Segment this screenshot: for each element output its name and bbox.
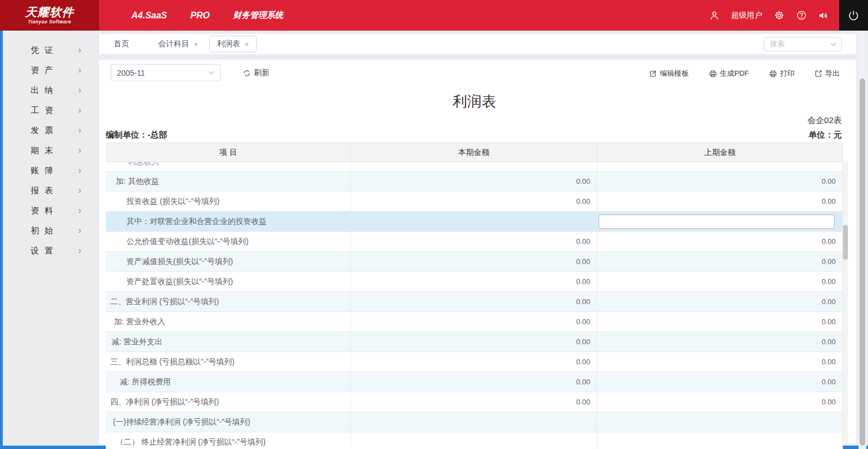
sidebar-item[interactable]: 设 置›	[6, 241, 94, 261]
speaker-icon[interactable]	[818, 10, 829, 21]
prepared-by-label: 编制单位：-总部	[106, 130, 167, 140]
current-amount-cell	[351, 432, 597, 449]
tab-close-icon[interactable]: ×	[245, 41, 249, 48]
previous-amount-cell	[597, 162, 843, 171]
header-right: 超级用户	[709, 10, 839, 21]
row-item-label: 四、净利润 (净亏损以“-”号填列)	[110, 397, 219, 407]
chevron-down-icon	[830, 42, 837, 47]
table-row[interactable]: 投资收益 (损失以“-”号填列)0.000.00	[106, 192, 843, 212]
period-select[interactable]: 2005-11	[111, 64, 221, 81]
tab-bar: 首页会计科目×利润表×搜索	[99, 34, 856, 54]
refresh-button[interactable]: 刷新	[243, 68, 269, 78]
column-header-item: 项 目	[106, 143, 351, 162]
current-amount-cell: 0.00	[351, 252, 597, 271]
current-amount-cell	[351, 212, 597, 231]
gear-icon[interactable]	[773, 10, 784, 21]
sidebar-item-label: 设 置	[31, 246, 53, 256]
amount-edit-input[interactable]	[599, 214, 835, 229]
user-icon[interactable]	[709, 10, 720, 21]
tab-label: 首页	[114, 39, 129, 49]
tab-close-icon[interactable]: ×	[194, 41, 198, 48]
table-row[interactable]: 资产减值损失(损失以“-”号填列)0.000.00	[106, 252, 843, 272]
table-row[interactable]: 三、利润总额 (亏损总额以“-”号填列)0.000.00	[106, 352, 843, 372]
edit-icon	[649, 70, 657, 77]
page-scrollbar-thumb[interactable]	[860, 79, 865, 446]
row-item-label: 其中：对联营企业和合营企业的投资收益	[126, 217, 267, 227]
table-scrollbar	[843, 161, 848, 443]
table-row[interactable]: 公允价值变动收益(损失以“-”号填列)0.000.00	[106, 232, 843, 252]
table-row[interactable]: 资产处置收益(损失以“-”号填列)0.000.00	[106, 272, 843, 292]
help-icon[interactable]	[796, 10, 807, 21]
sidebar-item-label: 报 表	[31, 186, 53, 196]
table-row[interactable]: (一)持续经营净利润 (净亏损以“-”号填列)	[106, 412, 843, 432]
tab-利润表[interactable]: 利润表×	[209, 36, 257, 52]
left-edge-bar	[0, 31, 3, 449]
sidebar-item[interactable]: 工 资›	[6, 100, 94, 120]
row-item-cell: 公允价值变动收益(损失以“-”号填列)	[106, 232, 351, 251]
sidebar-item[interactable]: 期 末›	[6, 140, 94, 160]
print-button[interactable]: 打印	[769, 69, 795, 79]
table-row[interactable]: 加: 营业外收入0.000.00	[106, 312, 843, 332]
previous-amount-cell	[597, 412, 843, 432]
current-amount-cell: 0.00	[351, 272, 597, 291]
sidebar-item[interactable]: 报 表›	[6, 180, 94, 201]
tab-会计科目[interactable]: 会计科目×	[158, 39, 198, 49]
table-row[interactable]: 四、净利润 (净亏损以“-”号填列)0.000.00	[106, 392, 843, 412]
row-item-label: （二） 终止经营净利润 (净亏损以“-”号填列)	[116, 437, 266, 447]
row-item-label: 减: 所得税费用	[120, 377, 171, 387]
search-placeholder: 搜索	[770, 39, 830, 49]
row-item-cell: 资产处置收益(损失以“-”号填列)	[106, 272, 351, 291]
chevron-down-icon	[208, 70, 215, 75]
sidebar-item-label: 工 资	[31, 105, 53, 116]
nav-product[interactable]: A4.SaaS	[131, 11, 167, 21]
sidebar-item[interactable]: 账 簿›	[6, 160, 94, 180]
column-header-previous: 上期金额	[597, 143, 843, 162]
sidebar-item-label: 资 产	[31, 65, 53, 76]
previous-amount-cell: 0.00	[597, 192, 843, 211]
current-amount-cell: 0.00	[351, 312, 597, 331]
sidebar-item[interactable]: 凭 证›	[6, 40, 94, 60]
sidebar-item[interactable]: 出 纳›	[6, 80, 94, 100]
row-item-cell: 二、营业利润 (亏损以“-”号填列)	[106, 292, 351, 311]
printer-icon	[769, 70, 777, 78]
table-row[interactable]: 二、营业利润 (亏损以“-”号填列)0.000.00	[106, 292, 843, 312]
table-body: 利息收入加: 其他收益0.000.00投资收益 (损失以“-”号填列)0.000…	[106, 162, 843, 449]
username[interactable]: 超级用户	[731, 11, 762, 21]
row-item-label: 投资收益 (损失以“-”号填列)	[126, 197, 219, 207]
previous-amount-cell: 0.00	[597, 392, 843, 412]
table-scrollbar-thumb[interactable]	[843, 225, 848, 260]
table-row[interactable]: 其中：对联营企业和合营企业的投资收益	[106, 212, 843, 232]
table-row[interactable]: 减: 所得税费用0.000.00	[106, 372, 843, 392]
sidebar-item[interactable]: 初 始›	[6, 221, 94, 241]
table-row[interactable]: 加: 其他收益0.000.00	[106, 172, 843, 192]
sidebar-item[interactable]: 资 产›	[6, 60, 94, 80]
table-row[interactable]: 减: 营业外支出0.000.00	[106, 332, 843, 352]
chevron-right-icon: ›	[78, 65, 81, 75]
sidebar-item[interactable]: 发 票›	[6, 120, 94, 140]
nav-system[interactable]: 财务管理系统	[233, 10, 283, 21]
chevron-right-icon: ›	[78, 226, 81, 235]
row-item-label: (一)持续经营净利润 (净亏损以“-”号填列)	[113, 417, 251, 427]
row-item-cell: 加: 营业外收入	[106, 312, 351, 331]
generate-pdf-label: 生成PDF	[720, 69, 749, 79]
edit-template-button[interactable]: 编辑模板	[649, 69, 689, 79]
sidebar-item-label: 凭 证	[31, 45, 53, 56]
table-row[interactable]: 利息收入	[106, 162, 843, 172]
table-row[interactable]: （二） 终止经营净利润 (净亏损以“-”号填列)	[106, 432, 843, 449]
generate-pdf-button[interactable]: 生成PDF	[709, 69, 749, 79]
row-item-cell: 其中：对联营企业和合营企业的投资收益	[106, 212, 351, 231]
print-label: 打印	[780, 69, 795, 79]
sidebar-item[interactable]: 资 料›	[6, 201, 94, 221]
export-button[interactable]: 导出	[815, 69, 840, 79]
previous-amount-cell	[597, 432, 843, 449]
current-amount-cell: 0.00	[351, 172, 597, 191]
row-item-label: 公允价值变动收益(损失以“-”号填列)	[126, 237, 248, 247]
nav-edition[interactable]: PRO	[190, 11, 210, 21]
tab-首页[interactable]: 首页	[114, 39, 129, 49]
current-amount-cell: 0.00	[351, 372, 597, 392]
row-item-label: 加: 营业外收入	[114, 317, 165, 327]
search-select[interactable]: 搜索	[764, 37, 842, 51]
income-statement-table: 项 目 本期金额 上期金额 利息收入加: 其他收益0.000.00投资收益 (损…	[106, 143, 843, 449]
logout-power-button[interactable]	[839, 0, 868, 31]
report-form-code: 会企02表	[807, 115, 842, 126]
